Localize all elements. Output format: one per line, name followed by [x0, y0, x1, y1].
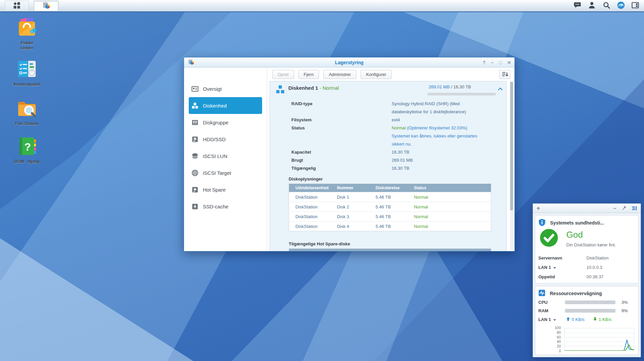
column-header[interactable]: Status	[407, 249, 491, 251]
resource-monitor-icon	[538, 289, 545, 297]
sidebar-item-iscsi-target[interactable]: iSCSI Target	[189, 164, 262, 181]
health-status: God	[566, 230, 583, 240]
window-titlebar[interactable]: Lagerstyring ? – □ ✕	[184, 57, 514, 68]
sidebar-item-iscsi-lun[interactable]: iSCSI LUN	[189, 148, 262, 164]
chevron-down-icon	[553, 265, 556, 270]
add-widget-button[interactable]: +	[536, 205, 540, 212]
status-value: Normal	[392, 125, 406, 130]
control-panel-icon	[16, 58, 38, 80]
volume-status-dash: -	[320, 85, 323, 91]
status-label: Status	[291, 124, 392, 148]
volume-status: Normal	[323, 85, 339, 91]
health-widget-title: Systemets sundhedsti...	[550, 220, 604, 226]
remove-button[interactable]: Fjern	[298, 70, 319, 79]
minimize-button[interactable]: –	[491, 60, 494, 65]
window-title: Lagerstyring	[184, 60, 514, 65]
create-button[interactable]: Opret	[272, 70, 294, 79]
sidebar-item-label: Oversigt	[203, 86, 222, 92]
resource-widget-title: Ressourceovervågning	[550, 291, 602, 296]
column-header[interactable]: Nummer	[330, 184, 369, 192]
sidebar-item-label: iSCSI LUN	[203, 153, 227, 159]
ram-label: RAM	[538, 308, 565, 313]
content-viewport: Diskenhed 1 - Normal 269.01 MB / 16.30 T…	[267, 81, 514, 251]
desktop-icon-pakke-center[interactable]: Pakke center	[6, 17, 48, 50]
scrollbar-thumb[interactable]	[510, 82, 513, 210]
sidebar-item-hdd-ssd[interactable]: HDD/SSD	[189, 131, 262, 148]
sidebar-item-diskenhed[interactable]: Diskenhed	[189, 97, 262, 114]
lan-selector[interactable]: LAN 1	[538, 265, 586, 270]
system-health-widget: Systemets sundhedsti... God Din DiskStat…	[535, 215, 639, 283]
raid-type-value: Synology Hybrid RAID (SHR) (Med	[392, 100, 466, 108]
filesystem-value: ext4	[392, 116, 400, 124]
raid-type-label: RAID-type	[291, 100, 392, 116]
volume-cubes-icon	[275, 84, 285, 95]
volume-panel: Diskenhed 1 - Normal 269.01 MB / 16.30 T…	[270, 81, 507, 251]
usage-bar	[427, 93, 496, 95]
sidebar-item-label: Diskgruppe	[203, 120, 228, 125]
help-button[interactable]: ?	[482, 60, 486, 65]
widgets-icon	[632, 2, 639, 10]
toolbar: Opret Fjern Administrer Konfigurer	[267, 68, 514, 81]
column-header[interactable]: Udvidelsesenhed	[289, 184, 331, 192]
user-button[interactable]	[586, 0, 598, 11]
table-row[interactable]: DiskStationDisk 1 5.46 TBNormal	[289, 192, 491, 202]
main-menu-button[interactable]	[5, 1, 29, 11]
ram-percent: 9%	[621, 308, 628, 313]
server-name-value: DiskStation	[586, 255, 609, 260]
sidebar-item-diskgruppe[interactable]: Diskgruppe	[189, 114, 262, 131]
collapse-chevron-icon[interactable]	[498, 87, 503, 92]
storage-manager-taskbar-button[interactable]	[34, 1, 59, 11]
cpu-percent: 3%	[621, 300, 628, 305]
lan-traffic-chart	[564, 328, 634, 351]
close-button[interactable]: ✕	[507, 60, 511, 65]
sidebar-item-oversigt[interactable]: Oversigt	[189, 80, 262, 97]
used-label: Brugt	[291, 156, 392, 164]
column-header[interactable]: Diskstørelse	[369, 184, 407, 192]
sidebar-item-hot-spare[interactable]: Hot Spare	[189, 181, 262, 198]
table-row[interactable]: DiskStationDisk 4 5.46 TBNormal	[289, 222, 491, 231]
filesystem-label: Filsystem	[291, 116, 392, 124]
column-header[interactable]: Diskstørelse	[369, 249, 407, 251]
table-row[interactable]: DiskStationDisk 3 5.46 TBNormal	[289, 212, 491, 222]
configure-button[interactable]: Konfigurer	[361, 70, 392, 79]
system-health-button[interactable]	[615, 0, 627, 11]
health-message: Din DiskStation kører fint.	[566, 242, 616, 247]
lan-traffic-selector[interactable]: LAN 1	[538, 317, 565, 322]
sidebar-item-label: Hot Spare	[203, 187, 226, 193]
status-note-line3[interactable]: sikkert nu.	[392, 140, 477, 148]
maximize-button[interactable]: □	[499, 60, 502, 65]
column-header[interactable]: Udvidelsesenhed	[289, 249, 331, 251]
ssd-cache-icon	[191, 203, 199, 210]
column-header[interactable]: Nummer	[330, 249, 369, 251]
search-icon	[603, 2, 610, 10]
chat-button[interactable]	[572, 0, 583, 11]
volume-usage: 269.01 MB / 16.30 TB	[429, 84, 471, 89]
dock-panel-icon[interactable]	[632, 205, 637, 211]
usage-used: 269.01 MB	[429, 84, 450, 89]
status-note-line2[interactable]: Systemet kan åbnes, lukkes eller genstar…	[392, 132, 477, 140]
widget-panel-header: + –	[533, 204, 641, 213]
y-tick: 0	[559, 349, 561, 353]
search-button[interactable]	[601, 0, 612, 11]
volume-header[interactable]: Diskenhed 1 - Normal 269.01 MB / 16.30 T…	[270, 81, 506, 98]
storage-manager-icon	[42, 1, 50, 10]
desktop-icon-label: Kontrolpanel	[6, 82, 48, 87]
desktop-icon-kontrolpanel[interactable]: Kontrolpanel	[6, 58, 48, 87]
manage-button[interactable]: Administrer	[323, 70, 356, 79]
sidebar-item-ssd-cache[interactable]: SSD-cache	[189, 198, 262, 215]
minimize-widgets-button[interactable]: –	[613, 206, 616, 211]
column-header[interactable]: Status	[407, 184, 491, 192]
desktop-icon-file-station[interactable]: File Station	[6, 97, 48, 126]
y-tick: 80	[557, 330, 561, 334]
pin-icon[interactable]	[621, 205, 627, 211]
hdd-icon	[191, 136, 199, 143]
system-health-gauge-icon	[617, 1, 625, 10]
chevron-down-icon	[553, 317, 556, 322]
server-name-label: Servernavn	[538, 255, 586, 260]
widgets-button[interactable]	[630, 0, 641, 11]
capacity-value: 16.30 TB	[392, 148, 409, 156]
table-row[interactable]: DiskStationDisk 2 5.46 TBNormal	[289, 202, 491, 212]
hot-spare-title: Tilgængelige Hot Spare-diske	[289, 241, 506, 246]
desktop-icon-dsm-help[interactable]: ? DSM - Hjælp	[6, 135, 48, 164]
sort-button[interactable]	[499, 70, 510, 79]
